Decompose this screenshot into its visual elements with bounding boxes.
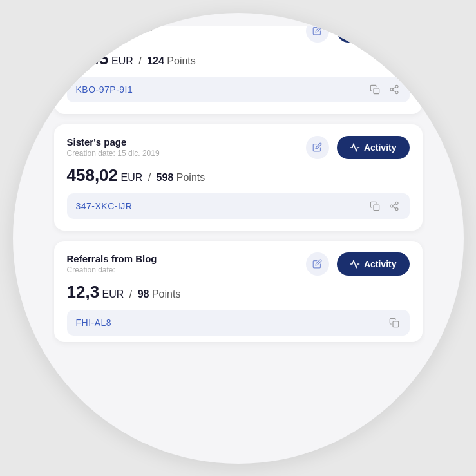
card-3-activity-label: Activity xyxy=(364,259,397,269)
card-3-code-row: FHI-AL8 xyxy=(67,310,410,336)
card-1-date: Creation date: 8 jul. 2020 xyxy=(67,26,153,33)
card-3-date: Creation date: xyxy=(67,265,157,274)
pencil-icon-3 xyxy=(312,259,322,269)
card-3-edit-button[interactable] xyxy=(306,252,329,276)
card-2-copy-button[interactable] xyxy=(368,200,381,213)
chart-icon-3 xyxy=(350,259,360,269)
card-3-header: Referrals from Blog Creation date: xyxy=(67,252,410,276)
card-2-title-area: Sister's page Creation date: 15 dic. 201… xyxy=(67,137,160,158)
card-2-separator: / xyxy=(148,172,154,183)
card-3-points: 98 xyxy=(138,289,149,300)
card-2-points-label: Points xyxy=(176,172,205,183)
card-2-date: Creation date: 15 dic. 2019 xyxy=(67,149,160,158)
chart-icon-1 xyxy=(350,26,360,36)
svg-rect-0 xyxy=(374,88,379,94)
share-icon-1 xyxy=(389,84,399,95)
card-1-separator: / xyxy=(138,55,144,66)
card-2-activity-button[interactable]: Activity xyxy=(337,136,410,159)
card-1-activity-button[interactable]: Activity xyxy=(337,26,410,43)
card-1-points: 124 xyxy=(147,55,164,66)
card-2-points: 598 xyxy=(157,172,174,183)
card-1-amount-row: 23,45 EUR / 124 Points xyxy=(67,49,410,69)
card-2-amount-row: 458,02 EUR / 598 Points xyxy=(67,166,410,186)
card-2-share-button[interactable] xyxy=(388,200,401,213)
card-2-title: Sister's page xyxy=(67,137,160,148)
card-1-edit-button[interactable] xyxy=(306,26,329,43)
card-3-activity-button[interactable]: Activity xyxy=(337,252,410,276)
card-3-code-actions xyxy=(388,316,401,329)
card-1-currency: EUR xyxy=(111,55,133,66)
card-2-code: 347-XKC-IJR xyxy=(76,201,133,211)
pencil-icon-2 xyxy=(312,142,322,152)
card-1-header: Creation date: 8 jul. 2020 Activity xyxy=(67,26,410,43)
card-3-copy-button[interactable] xyxy=(388,316,401,329)
svg-rect-6 xyxy=(374,205,379,211)
card-1-code-row: KBO-97P-9I1 xyxy=(67,77,410,102)
card-1-share-button[interactable] xyxy=(388,83,401,96)
card-1-copy-button[interactable] xyxy=(368,83,381,96)
chart-icon-2 xyxy=(350,142,360,153)
svg-line-11 xyxy=(392,204,395,205)
card-2-header: Sister's page Creation date: 15 dic. 201… xyxy=(67,136,410,159)
card-2-activity-label: Activity xyxy=(364,142,397,153)
card-1-title-area: Creation date: 8 jul. 2020 xyxy=(67,26,153,38)
svg-line-10 xyxy=(392,207,395,209)
card-3-points-label: Points xyxy=(152,289,180,300)
card-3-header-right: Activity xyxy=(306,252,410,276)
card-3-currency: EUR xyxy=(102,289,124,300)
card-2: Sister's page Creation date: 15 dic. 201… xyxy=(54,124,423,231)
card-3-title-area: Referrals from Blog Creation date: xyxy=(67,253,157,274)
card-3-amount-row: 12,3 EUR / 98 Points xyxy=(67,282,410,302)
card-1-code: KBO-97P-9I1 xyxy=(76,84,133,95)
card-2-edit-button[interactable] xyxy=(306,136,329,159)
card-3-title: Referrals from Blog xyxy=(67,253,157,264)
card-2-header-right: Activity xyxy=(306,136,410,159)
content-area: Creation date: 8 jul. 2020 Activity xyxy=(52,26,425,451)
svg-rect-12 xyxy=(393,321,399,327)
main-circle: Creation date: 8 jul. 2020 Activity xyxy=(13,13,464,464)
card-3-code: FHI-AL8 xyxy=(76,318,112,328)
card-2-amount-value: 458,02 xyxy=(67,166,119,185)
pencil-icon xyxy=(312,26,322,35)
share-icon-2 xyxy=(389,201,399,211)
copy-icon-3 xyxy=(389,318,399,328)
svg-line-4 xyxy=(392,90,395,92)
card-1-code-actions xyxy=(368,83,401,96)
card-3-separator: / xyxy=(129,289,135,300)
card-1-amount-value: 23,45 xyxy=(67,49,109,68)
card-2-code-row: 347-XKC-IJR xyxy=(67,193,410,219)
card-2-code-actions xyxy=(368,200,401,213)
svg-line-5 xyxy=(392,87,395,89)
card-3-amount-value: 12,3 xyxy=(67,282,100,301)
card-1: Creation date: 8 jul. 2020 Activity xyxy=(54,26,423,114)
card-1-header-right: Activity xyxy=(306,26,410,43)
copy-icon-2 xyxy=(370,201,380,211)
card-2-currency: EUR xyxy=(120,172,142,183)
card-1-points-label: Points xyxy=(167,55,195,66)
card-1-activity-label: Activity xyxy=(364,26,397,36)
copy-icon-1 xyxy=(370,84,380,95)
card-3: Referrals from Blog Creation date: xyxy=(54,241,423,342)
